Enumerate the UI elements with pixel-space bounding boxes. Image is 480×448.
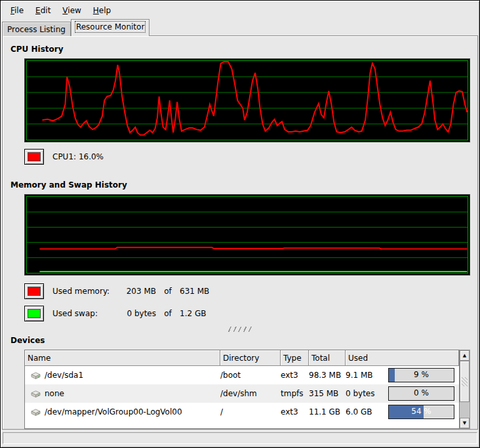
menubar: File Edit View Help	[1, 1, 479, 19]
tab-resource-monitor[interactable]: Resource Monitor	[71, 19, 150, 36]
app-window: File Edit View Help Process Listing Reso…	[0, 0, 480, 448]
cpu-color-swatch	[28, 152, 41, 161]
device-name: none	[45, 389, 64, 398]
status-bar	[3, 432, 477, 444]
devices-title: Devices	[10, 336, 477, 345]
device-used-progressbar: 9 %	[388, 368, 454, 382]
column-header-name[interactable]: Name	[25, 350, 220, 366]
device-name: /dev/mapper/VolGroup00-LogVol00	[45, 407, 182, 417]
tab-process-listing[interactable]: Process Listing	[2, 22, 71, 36]
swap-total-value: 1.2 GB	[180, 309, 206, 318]
memory-line	[39, 247, 467, 249]
device-total: 315 MB	[309, 389, 346, 398]
device-used: 9.1 MB	[346, 371, 386, 380]
device-directory: /boot	[220, 371, 281, 380]
menu-edit[interactable]: Edit	[30, 4, 56, 17]
swap-legend-label: Used swap:	[52, 309, 118, 318]
devices-scrollbar: ▲ ▼	[460, 350, 470, 429]
swap-color-swatch	[28, 309, 41, 318]
device-used: 6.0 GB	[346, 407, 386, 417]
menu-view[interactable]: View	[56, 4, 87, 17]
paned-resize-grip[interactable]	[228, 327, 252, 332]
device-used-progressbar: 0 %	[388, 386, 454, 401]
memory-total-value: 631 MB	[180, 287, 209, 296]
swap-used-value: 0 bytes	[118, 309, 156, 318]
scroll-down-button[interactable]: ▼	[460, 418, 470, 428]
column-header-directory[interactable]: Directory	[220, 350, 281, 366]
memory-history-title: Memory and Swap History	[10, 180, 477, 190]
devices-table: Name Directory Type Total Used /	[24, 350, 470, 429]
memory-color-swatch	[28, 287, 41, 296]
scrollbar-grip-icon	[462, 377, 468, 386]
device-used-progressbar: 54 %	[388, 405, 454, 419]
device-row-volgroup[interactable]: /dev/mapper/VolGroup00-LogVol00 / ext3 1…	[25, 403, 459, 421]
cpu-legend-label: CPU1: 16.0%	[52, 152, 104, 161]
scroll-up-button[interactable]: ▲	[460, 350, 470, 361]
cpu-legend: CPU1: 16.0%	[24, 149, 477, 165]
notebook-tabs: Process Listing Resource Monitor	[1, 19, 479, 36]
column-header-used[interactable]: Used	[346, 350, 459, 366]
swap-of-label: of	[156, 309, 180, 318]
memory-legend-label: Used memory:	[52, 287, 118, 296]
memory-history-chart	[24, 194, 470, 275]
memory-color-button[interactable]	[24, 283, 44, 299]
device-used-percent: 9 %	[389, 369, 454, 382]
swap-color-button[interactable]	[24, 306, 44, 321]
disk-icon	[30, 407, 41, 417]
memory-legend: Used memory: 203 MB of 631 MB	[24, 283, 477, 299]
device-used-percent: 0 %	[389, 387, 454, 400]
device-type: ext3	[281, 407, 309, 417]
devices-table-header: Name Directory Type Total Used	[25, 350, 459, 366]
device-directory: /dev/shm	[220, 389, 281, 398]
resource-monitor-page: CPU History CPU1: 16.0% Memory and Swap …	[2, 35, 478, 430]
device-total: 11.1 GB	[309, 407, 346, 417]
device-row-none[interactable]: none /dev/shm tmpfs 315 MB 0 bytes 0 %	[25, 384, 459, 403]
cpu-color-button[interactable]	[24, 149, 44, 165]
device-used-percent: 54 %	[389, 405, 454, 418]
column-header-total[interactable]: Total	[309, 350, 346, 366]
menu-file[interactable]: File	[5, 4, 30, 17]
swap-legend: Used swap: 0 bytes of 1.2 GB	[24, 306, 477, 321]
tab-resource-monitor-label: Resource Monitor	[76, 22, 144, 31]
scrollbar-thumb[interactable]	[460, 361, 470, 402]
disk-icon	[30, 389, 41, 399]
cpu-history-chart	[24, 58, 470, 142]
column-header-type[interactable]: Type	[281, 350, 309, 366]
device-used: 0 bytes	[346, 389, 386, 398]
tab-process-listing-label: Process Listing	[7, 25, 66, 34]
device-type: ext3	[281, 371, 309, 380]
device-name: /dev/sda1	[45, 371, 83, 380]
device-type: tmpfs	[281, 389, 309, 398]
scrollbar-trough[interactable]	[460, 402, 470, 418]
disk-icon	[30, 371, 41, 380]
memory-used-value: 203 MB	[118, 287, 156, 296]
cpu-history-title: CPU History	[10, 45, 477, 54]
device-total: 98.3 MB	[309, 371, 346, 380]
device-directory: /	[220, 407, 281, 417]
memory-of-label: of	[156, 287, 180, 296]
device-row-sda1[interactable]: /dev/sda1 /boot ext3 98.3 MB 9.1 MB 9 %	[25, 366, 459, 384]
menu-help[interactable]: Help	[87, 4, 117, 17]
